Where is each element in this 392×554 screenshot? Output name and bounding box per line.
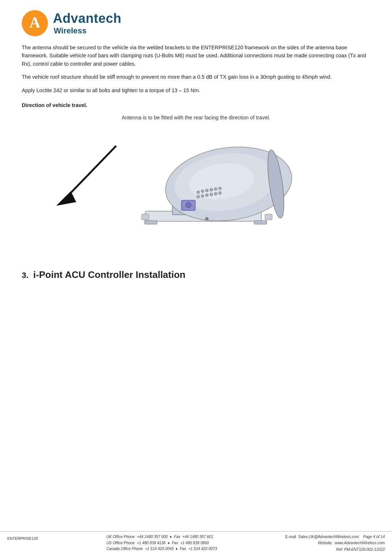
svg-point-27 (185, 202, 191, 208)
main-content: The antenna should be secured to the veh… (0, 40, 392, 280)
ref-line: Ref: PM-ENT120-002-11022 (336, 547, 385, 553)
svg-point-28 (205, 217, 208, 220)
logo-icon: A (22, 10, 48, 36)
footer-contact: UK Office Phone +44 1480 357 600 ♦ Fax +… (106, 534, 217, 552)
svg-point-21 (201, 194, 204, 197)
email-label: E-mail (285, 534, 296, 539)
paragraph-3: Apply Loctite 242 or similar to all bolt… (22, 86, 370, 94)
svg-rect-30 (254, 221, 267, 224)
website-line: Website: www.AdvantechWireless.com (318, 540, 385, 546)
canada-office-phone: +1 514 420 0045 (145, 546, 173, 551)
direction-arrow (51, 135, 123, 215)
svg-point-20 (197, 195, 200, 198)
uk-fax: +44 1480 357 601 (182, 534, 213, 539)
svg-point-16 (205, 189, 208, 192)
logo-letter: A (29, 15, 40, 32)
uk-office-phone: +44 1480 357 600 (137, 534, 168, 539)
us-office-phone: +1 480 839 4136 (137, 541, 166, 545)
uk-office-line: UK Office Phone +44 1480 357 600 ♦ Fax +… (106, 534, 213, 540)
section3-title: i-Point ACU Controller Installation (33, 269, 185, 280)
antenna-illustration (105, 128, 309, 244)
svg-point-22 (205, 194, 208, 197)
canada-fax-label: Fax (180, 546, 186, 551)
svg-rect-4 (265, 214, 272, 220)
svg-marker-1 (56, 191, 76, 206)
svg-point-23 (210, 193, 213, 196)
footer-right: E-mail Sales.UK@AdvantechWireless.com Pa… (285, 534, 385, 553)
logo-text: Advantech Wireless (53, 11, 122, 36)
paragraph-1: The antenna should be secured to the veh… (22, 44, 370, 68)
page-label: Page 4 of 14 (363, 534, 385, 539)
svg-point-15 (201, 190, 204, 193)
svg-rect-29 (144, 221, 157, 224)
uk-office-phone-label: UK Office Phone (106, 534, 135, 539)
svg-point-25 (219, 192, 221, 194)
us-fax-label: Fax (172, 541, 178, 545)
footer: ENTERPRISE120 UK Office Phone +44 1480 3… (0, 531, 392, 554)
brand-sub: Wireless (54, 26, 122, 36)
header: A Advantech Wireless (0, 0, 392, 40)
paragraph-2: The vehicle roof structure should be sti… (22, 73, 370, 81)
svg-point-24 (214, 192, 217, 195)
svg-point-14 (197, 191, 200, 194)
email-line: E-mail Sales.UK@AdvantechWireless.com Pa… (285, 534, 385, 540)
direction-heading: Direction of vehicle travel. (22, 102, 370, 108)
svg-point-17 (210, 188, 213, 191)
brand-name: Advantech (53, 11, 122, 26)
website-label: Website: (318, 541, 333, 545)
antenna-caption: Antenna is to be fitted with the rear fa… (22, 115, 370, 120)
us-office-phone-label: US Office Phone (106, 541, 135, 545)
canada-fax: +1 514 420 0073 (188, 546, 217, 551)
svg-rect-3 (142, 214, 149, 220)
ref: Ref: PM-ENT120-002-11022 (336, 547, 385, 551)
canada-office-phone-label: Canada Office Phone (106, 546, 143, 551)
footer-doc-id: ENTERPRISE120 (7, 534, 38, 541)
email: Sales.UK@AdvantechWireless.com (298, 534, 359, 539)
uk-fax-label: Fax (174, 534, 180, 539)
section3-number: 3. (22, 271, 28, 280)
website: www.AdvantechWireless.com (335, 541, 385, 545)
svg-point-19 (219, 187, 221, 190)
svg-line-0 (65, 146, 116, 198)
canada-office-line: Canada Office Phone +1 514 420 0045 ♦ Fa… (106, 546, 217, 552)
svg-point-18 (214, 188, 217, 190)
antenna-diagram (22, 124, 370, 247)
section3-heading: 3. i-Point ACU Controller Installation (22, 262, 370, 280)
us-fax: +1 480 839 0860 (180, 541, 209, 545)
us-office-line: US Office Phone +1 480 839 4136 ♦ Fax +1… (106, 540, 209, 546)
